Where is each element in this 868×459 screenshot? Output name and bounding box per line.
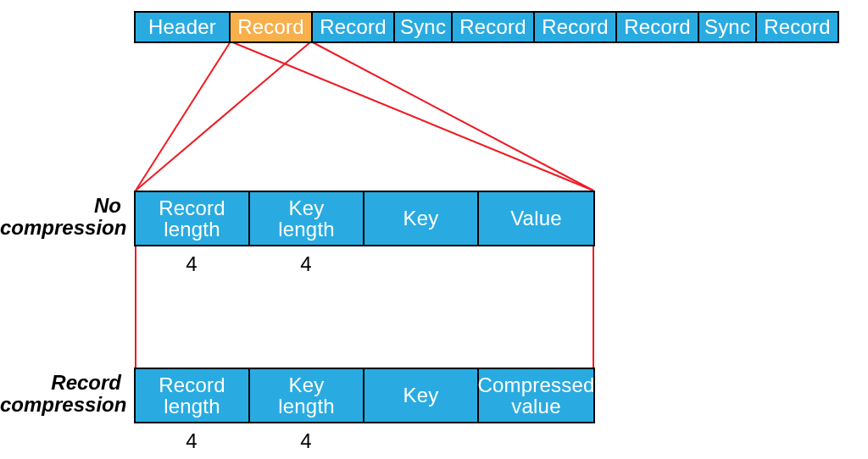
- svg-line-1: [136, 41, 311, 191]
- top-cell-record: Record: [451, 11, 535, 43]
- top-cell-record: Record: [533, 11, 617, 43]
- reccomp-bytes-record-length: 4: [175, 429, 209, 453]
- top-cell-header: Header: [134, 11, 231, 43]
- svg-line-3: [311, 41, 593, 191]
- reccomp-cell-compressed-value: Compressed value: [477, 368, 595, 423]
- reccomp-bytes-key-length: 4: [289, 429, 323, 453]
- nocomp-cell-key-length: Key length: [248, 191, 364, 246]
- label-record-compression: Record compression: [0, 372, 121, 417]
- top-cell-record: Record: [615, 11, 699, 43]
- nocomp-cell-record-length: Record length: [134, 191, 250, 246]
- diagram-stage: Header Record Record Sync Record Record …: [0, 0, 868, 459]
- svg-line-2: [231, 41, 593, 191]
- nocomp-cell-value: Value: [477, 191, 595, 246]
- top-cell-sync: Sync: [393, 11, 453, 43]
- reccomp-cell-key-length: Key length: [248, 368, 364, 423]
- nocomp-bytes-record-length: 4: [175, 252, 209, 276]
- reccomp-cell-record-length: Record length: [134, 368, 250, 423]
- svg-line-0: [136, 41, 231, 191]
- top-cell-record: Record: [755, 11, 839, 43]
- top-cell-sync: Sync: [698, 11, 757, 43]
- reccomp-cell-key: Key: [363, 368, 479, 423]
- label-no-compression: No compression: [0, 195, 121, 240]
- nocomp-bytes-key-length: 4: [289, 252, 323, 276]
- top-cell-record: Record: [311, 11, 395, 43]
- top-cell-record-highlighted: Record: [229, 11, 313, 43]
- nocomp-cell-key: Key: [363, 191, 479, 246]
